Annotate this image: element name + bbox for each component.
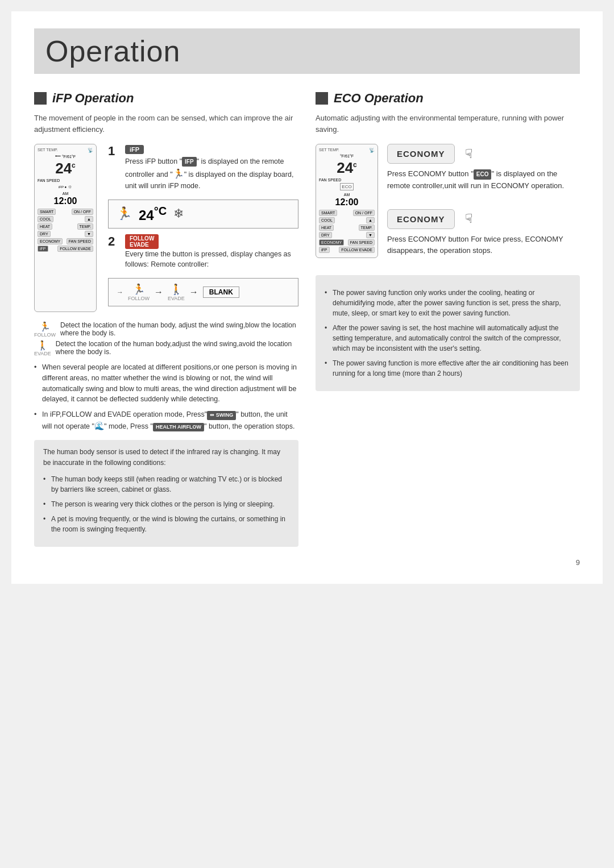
- eco-dry-btn[interactable]: DRY: [319, 232, 332, 238]
- eco-heat-btn[interactable]: HEAT: [319, 225, 334, 231]
- follow-legend-icon: 🏃: [38, 321, 52, 332]
- up-arrow-btn[interactable]: ▲: [85, 216, 93, 222]
- eco-cool-btn[interactable]: COOL: [319, 217, 335, 223]
- follow-legend-text: Detect the location of the human body, a…: [60, 321, 298, 337]
- smart-onoff-row: SMART ON / OFF: [38, 209, 93, 215]
- follow-evade-btn[interactable]: FOLLOW EVADE: [57, 246, 93, 252]
- ifp-description: The movement of people in the room can b…: [34, 113, 298, 135]
- follow-legend-icon-group: 🏃 FOLLOW: [34, 321, 56, 338]
- temp-btn[interactable]: TEMP.: [77, 223, 94, 230]
- remote-temp-display: 24c: [38, 160, 93, 177]
- flow-arrow1: →: [154, 287, 163, 297]
- follow-icon: 🏃: [132, 283, 145, 296]
- ifp-step2: 2 FOLLOWEVADE Every time the button is p…: [108, 234, 298, 271]
- eco-bullet-list: The power saving function only works und…: [325, 288, 571, 379]
- blank-box: BLANK: [203, 286, 239, 298]
- evade-icon: 🚶: [170, 283, 182, 296]
- ifp-display-row: 🏃 24°C ❄: [108, 200, 298, 229]
- eco-section-icon: [316, 92, 328, 105]
- page-title: Operation: [34, 28, 580, 74]
- follow-label: FOLLOW: [128, 296, 150, 301]
- eco-am: AM: [319, 192, 375, 197]
- dry-row: DRY ▼: [38, 231, 93, 237]
- note-bullet-3: A pet is moving frequently, or the wind …: [43, 514, 289, 534]
- ifp-section: iFP Operation The movement of people in …: [34, 91, 298, 547]
- arrow-down-hand1: ☟: [465, 147, 472, 161]
- arrow-down-hand2: ☟: [465, 211, 472, 226]
- ifp-inline-badge: IFP: [182, 157, 197, 167]
- note-bullet-1: The human body keeps still (when reading…: [43, 474, 289, 495]
- remote-time: 12:00: [38, 196, 93, 206]
- economy-img2: ECONOMY: [387, 209, 455, 229]
- eco-temp-display: 24c: [319, 159, 375, 177]
- display-star-icon: ❄: [173, 206, 184, 221]
- heat-btn[interactable]: HEAT: [38, 223, 52, 230]
- eco-fanspeed-btn[interactable]: FAN SPEED: [348, 239, 375, 246]
- eco-bullet-3: The power saving function is more effect…: [325, 358, 571, 379]
- remote-am-label: AM: [38, 190, 93, 196]
- note-bullet-2: The person is wearing very thick clothes…: [43, 499, 289, 509]
- ifp-step1: 1 iFP Press iFP button "IFP" is displaye…: [108, 144, 298, 192]
- eco-ifp-btn[interactable]: iFP: [319, 247, 330, 253]
- fanspeed-btn[interactable]: FAN SPEED: [67, 238, 93, 244]
- eco-inline-badge: ECO: [474, 169, 492, 180]
- eco-up-btn[interactable]: ▲: [366, 217, 375, 223]
- remote-down-arrow: ⟵: [55, 154, 61, 159]
- remote-ifp-indicator: iFP ● ☼: [38, 184, 93, 189]
- follow-flow-item: 🏃 FOLLOW: [128, 283, 150, 301]
- ifp-active-btn[interactable]: iFP: [38, 246, 48, 252]
- dry-btn[interactable]: DRY: [38, 231, 51, 237]
- evade-legend-icon: 🚶: [36, 340, 49, 351]
- remote-temp-value: 24: [55, 160, 72, 177]
- eco-bullet-1: The power saving function only works und…: [325, 288, 571, 318]
- eco-onoff-btn[interactable]: ON / OFF: [353, 210, 375, 216]
- eco-heat-temp-row: HEAT TEMP.: [319, 225, 375, 231]
- down-arrow-btn[interactable]: ▼: [85, 231, 93, 237]
- ifp-bullet-2: In iFP,FOLLOW and EVADE operation mode, …: [34, 409, 298, 432]
- eco-inner: SET TEMP. 📡 °F/61°F 24c FAN SPEED ECO: [316, 144, 580, 258]
- step1-num: 1: [108, 144, 119, 192]
- remote-temp-row: ⟵ °F/61°F: [38, 154, 93, 159]
- arrow-start: →: [117, 288, 123, 296]
- eco-economy-btn[interactable]: ECONOMY: [319, 239, 344, 246]
- eco-step2-text: Press ECONOMY button For twice press, EC…: [387, 234, 580, 258]
- eco-section-title: ECO Operation: [334, 91, 424, 106]
- health-badge: HEALTH AIRFLOW: [153, 423, 204, 432]
- eco-bullets-box: The power saving function only works und…: [316, 275, 580, 391]
- eco-economy-row: ECONOMY FAN SPEED: [319, 239, 375, 246]
- cool-row: COOL ▲: [38, 216, 93, 222]
- remote-set-temp: SET TEMP.: [38, 148, 58, 152]
- eco-step1-text: Press ECONOMY button "ECO" is displayed …: [387, 168, 580, 192]
- ifp-follow-row: iFP FOLLOW EVADE: [38, 246, 93, 252]
- eco-set-temp: SET TEMP.: [319, 148, 339, 152]
- ifp-legend: 🏃 FOLLOW Detect the location of the huma…: [34, 321, 298, 356]
- ifp-bullet-1: When several people are located at diffe…: [34, 362, 298, 405]
- smart-btn[interactable]: SMART: [38, 209, 56, 215]
- eco-smart-onoff: SMART ON / OFF: [319, 210, 375, 216]
- note-bullets: The human body keeps still (when reading…: [43, 474, 289, 534]
- ifp-section-header: iFP Operation: [34, 91, 298, 106]
- step1-content: iFP Press iFP button "IFP" is displayed …: [125, 144, 298, 192]
- step2-content: FOLLOWEVADE Every time the button is pre…: [125, 234, 298, 271]
- eco-down-btn[interactable]: ▼: [366, 232, 375, 238]
- note-intro: The human body sensor is used to detect …: [43, 447, 289, 468]
- display-person-icon: 🏃: [117, 206, 132, 221]
- eco-fanspeed-row: ECONOMY FAN SPEED: [38, 238, 93, 244]
- eco-fan-speed-label: FAN SPEED: [319, 178, 341, 182]
- eco-indicator: ECO: [319, 183, 375, 190]
- ifp-remote-unit: SET TEMP. 📡 ⟵ °F/61°F 24c FAN SPEED iFP …: [34, 144, 97, 312]
- heat-temp-row: HEAT TEMP.: [38, 223, 93, 230]
- ifp-section-title: iFP Operation: [52, 91, 134, 106]
- eco-temp-btn[interactable]: TEMP.: [359, 225, 375, 231]
- economy-btn[interactable]: ECONOMY: [38, 238, 63, 244]
- eco-step1-header: ECONOMY ☟: [387, 144, 472, 164]
- eco-follow-btn[interactable]: FOLLOW EVADE: [339, 247, 375, 253]
- evade-legend-text: Detect the location of the human body,ad…: [56, 340, 298, 356]
- step1-text: Press iFP button "IFP" is displayed on t…: [125, 156, 298, 192]
- evade-label: EVADE: [168, 296, 185, 301]
- eco-smart-btn[interactable]: SMART: [319, 210, 337, 216]
- cool-btn[interactable]: COOL: [38, 216, 53, 222]
- eco-section-header: ECO Operation: [316, 91, 580, 106]
- swing-badge: ⇔ SWING: [207, 411, 236, 420]
- onoff-btn[interactable]: ON / OFF: [72, 209, 93, 215]
